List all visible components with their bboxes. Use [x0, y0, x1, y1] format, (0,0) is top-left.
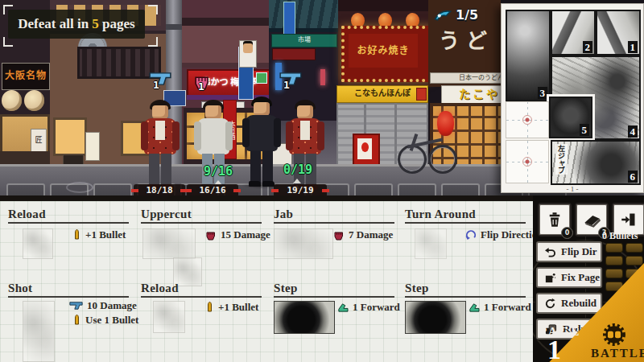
damage-preview: 0/19: [283, 162, 312, 177]
okonomiyaki-sign: お好み焼き: [349, 34, 418, 68]
card-effect: 10 Damage: [69, 299, 137, 312]
bullet-icon: [72, 315, 81, 326]
page-counter-value: 1/5: [456, 7, 478, 23]
mission-text: pages: [102, 16, 135, 31]
page-counter: 1/5: [433, 6, 478, 23]
button-label: Flip Dir: [561, 245, 597, 258]
manga-panel-3: 3: [506, 10, 551, 101]
arcade-sign: 市場: [271, 34, 337, 47]
card-jab[interactable]: Jab 7 Damage: [274, 208, 396, 282]
bullet-icon: [205, 302, 214, 313]
panel-number: 5: [580, 124, 590, 136]
bracket-corner: [148, 37, 158, 47]
effect-text: 7 Damage: [349, 228, 393, 241]
card-title: Turn Around: [405, 208, 526, 224]
trash-icon: [547, 212, 563, 228]
button-label: Fix Page: [561, 271, 600, 284]
bracket-corner: [3, 37, 13, 47]
page-number: 1: [547, 338, 561, 362]
fist-icon: [205, 229, 217, 241]
card-art: [274, 301, 335, 334]
arcade-red-sign: [272, 48, 316, 60]
card-art: [23, 228, 53, 259]
card-reload-2[interactable]: Reload +1 Bullet: [141, 282, 263, 356]
red-lantern: [437, 111, 454, 136]
paper-lantern: [2, 90, 22, 111]
damage-preview: 9/16: [204, 164, 233, 179]
card-shot[interactable]: Shot 10 Damage Use 1 Bullet: [8, 282, 130, 356]
card-effect: 1 Forward: [468, 301, 531, 314]
discard-count-badge: 0: [561, 227, 573, 239]
gun-icon: [279, 71, 303, 87]
shop-banner: [85, 132, 100, 161]
flip-icon: [464, 229, 477, 241]
card-step-2[interactable]: Step 1 Forward: [405, 282, 527, 356]
effect-text: +1 Bullet: [218, 301, 258, 314]
card-uppercut[interactable]: Uppercut 15 Damage: [141, 208, 263, 282]
bullet-slot: [625, 243, 643, 253]
effect-text: +1 Bullet: [85, 228, 126, 241]
panel-number: 1: [628, 41, 638, 53]
arcade-canopy: [269, 0, 338, 32]
mission-count: 5: [92, 16, 99, 31]
sign-chip-red: [416, 88, 427, 101]
panel-number: 4: [628, 125, 638, 138]
effect-text: 1 Forward: [484, 301, 531, 314]
card-turn-around[interactable]: Turn Around Flip Direction: [405, 208, 527, 282]
effect-text: Use 1 Bullet: [85, 314, 138, 327]
fix-page-button[interactable]: Fix Page: [536, 267, 602, 288]
card-art: [23, 301, 55, 362]
rebuild-button[interactable]: Rebuild: [536, 293, 602, 314]
bullet-slot: [605, 243, 623, 253]
bullets-label: 0 Bullets: [602, 230, 638, 242]
manga-page: 3 2 1 4 5 左ジャブ 6 - 1 -: [501, 3, 644, 193]
manga-panel-6: 左ジャブ 6: [551, 140, 641, 185]
roof-edge: [182, 18, 269, 26]
card-step-1[interactable]: Step 1 Forward: [274, 282, 396, 356]
battle-label: BATTLE: [591, 347, 644, 360]
card-effect: Use 1 Bullet: [72, 314, 138, 327]
empty-panel-slot: [506, 101, 549, 138]
paper-lantern: [24, 90, 44, 111]
battle-emblem-icon: [602, 323, 626, 347]
panel-number: 6: [628, 171, 638, 183]
page-number-label: - 1 -: [502, 185, 643, 193]
fist-icon: [333, 229, 345, 241]
effect-text: 10 Damage: [87, 299, 137, 312]
card-art: [142, 228, 196, 259]
enemy-character-left[interactable]: [138, 100, 182, 190]
hand-panel: Reload +1 Bullet Uppercut 15 Damage Jab …: [0, 201, 535, 362]
card-title: Shot: [8, 282, 129, 298]
exit-door-icon: [621, 212, 637, 228]
sfx-text: 左ジャブ: [555, 144, 568, 175]
card-title: Reload: [8, 208, 129, 224]
pole-band: [166, 24, 182, 30]
battle-sidebar: 0 3 0 Bullets Flip Dir Fix Page Rebuild: [533, 195, 644, 362]
discard-pile-button[interactable]: 0: [538, 203, 572, 237]
intent-value: 1: [153, 79, 159, 91]
player-character[interactable]: [240, 97, 283, 187]
card-title: Step: [274, 282, 394, 298]
portrait-poster: [239, 40, 257, 68]
game-screen: 大阪名物 匠 串かつ 梅ヶ亭 本日酒 市場: [0, 0, 644, 362]
undo-arrow-icon: [544, 247, 556, 257]
card-reload-1[interactable]: Reload +1 Bullet: [8, 208, 130, 282]
intent-value: 1: [198, 80, 204, 93]
osaka-meibutsu-sign: 大阪名物: [2, 63, 50, 90]
panel-number: 2: [583, 41, 593, 53]
enemy-intent: 1: [193, 72, 221, 93]
card-effect: Flip Direction: [464, 228, 543, 241]
flip-dir-button[interactable]: Flip Dir: [536, 241, 602, 262]
gun-icon: [69, 301, 83, 311]
card-art: [405, 301, 466, 334]
card-title: Jab: [274, 208, 394, 224]
bullet-slot: [605, 256, 623, 265]
warm-window: [53, 117, 87, 156]
card-effect: 7 Damage: [333, 228, 393, 241]
mission-banner: Defeat all in 5 pages: [8, 10, 145, 39]
effect-text: 1 Forward: [353, 301, 400, 314]
button-label: Rebuild: [561, 297, 597, 310]
card-effect: +1 Bullet: [72, 228, 126, 241]
card-title: Uppercut: [141, 208, 262, 224]
udon-sign: うど: [439, 24, 493, 54]
